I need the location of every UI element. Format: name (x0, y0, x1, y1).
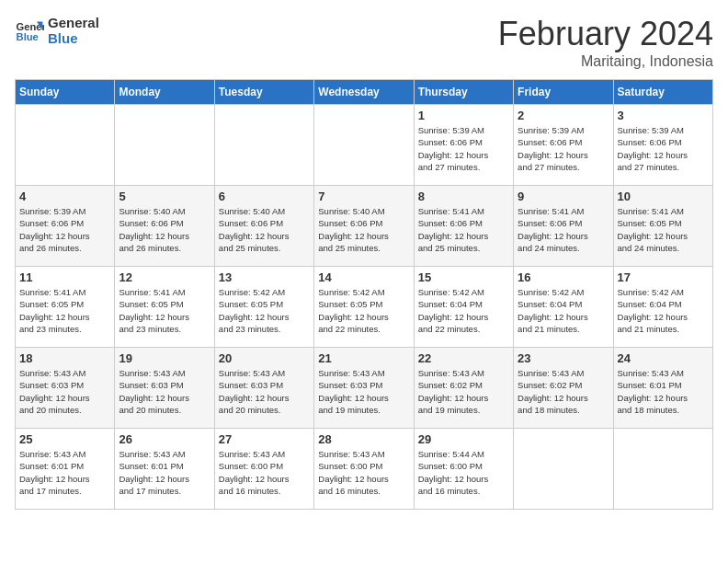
calendar-cell: 14Sunrise: 5:42 AM Sunset: 6:05 PM Dayli… (314, 267, 414, 348)
day-number: 6 (219, 190, 310, 203)
day-number: 28 (318, 432, 409, 446)
day-info: Sunrise: 5:39 AM Sunset: 6:06 PM Dayligh… (518, 124, 609, 173)
weekday-header: Friday (514, 80, 613, 105)
day-info: Sunrise: 5:42 AM Sunset: 6:04 PM Dayligh… (618, 286, 709, 335)
calendar-cell: 10Sunrise: 5:41 AM Sunset: 6:05 PM Dayli… (613, 186, 712, 267)
day-number: 9 (518, 190, 609, 203)
calendar-body: 1Sunrise: 5:39 AM Sunset: 6:06 PM Daylig… (16, 105, 713, 510)
weekday-header: Wednesday (314, 80, 414, 105)
calendar-cell: 15Sunrise: 5:42 AM Sunset: 6:04 PM Dayli… (414, 267, 513, 348)
calendar-cell: 3Sunrise: 5:39 AM Sunset: 6:06 PM Daylig… (613, 105, 712, 186)
day-info: Sunrise: 5:44 AM Sunset: 6:00 PM Dayligh… (418, 448, 509, 497)
day-number: 17 (618, 270, 709, 284)
calendar-cell: 16Sunrise: 5:42 AM Sunset: 6:04 PM Dayli… (514, 267, 613, 348)
calendar-week-row: 4Sunrise: 5:39 AM Sunset: 6:06 PM Daylig… (16, 186, 713, 267)
calendar-table: SundayMondayTuesdayWednesdayThursdayFrid… (15, 79, 713, 510)
calendar-cell: 12Sunrise: 5:41 AM Sunset: 6:05 PM Dayli… (115, 267, 214, 348)
calendar-cell: 6Sunrise: 5:40 AM Sunset: 6:06 PM Daylig… (214, 186, 313, 267)
calendar-cell: 2Sunrise: 5:39 AM Sunset: 6:06 PM Daylig… (514, 105, 613, 186)
day-number: 21 (318, 351, 409, 365)
page-header: General Blue General Blue February 2024 … (15, 15, 713, 70)
day-info: Sunrise: 5:43 AM Sunset: 6:00 PM Dayligh… (318, 448, 409, 497)
calendar-week-row: 1Sunrise: 5:39 AM Sunset: 6:06 PM Daylig… (16, 105, 713, 186)
day-number: 19 (119, 351, 210, 365)
day-number: 14 (318, 270, 409, 284)
calendar-cell: 27Sunrise: 5:43 AM Sunset: 6:00 PM Dayli… (214, 429, 313, 510)
calendar-cell: 9Sunrise: 5:41 AM Sunset: 6:06 PM Daylig… (514, 186, 613, 267)
day-number: 25 (19, 432, 110, 446)
day-info: Sunrise: 5:39 AM Sunset: 6:06 PM Dayligh… (19, 205, 110, 254)
calendar-cell (613, 429, 712, 510)
day-number: 11 (19, 270, 110, 284)
day-number: 29 (418, 432, 509, 446)
calendar-week-row: 25Sunrise: 5:43 AM Sunset: 6:01 PM Dayli… (16, 429, 713, 510)
day-number: 8 (418, 190, 509, 203)
weekday-header: Saturday (613, 80, 712, 105)
day-info: Sunrise: 5:43 AM Sunset: 6:02 PM Dayligh… (518, 367, 609, 416)
day-info: Sunrise: 5:43 AM Sunset: 6:03 PM Dayligh… (219, 367, 310, 416)
weekday-header: Sunday (16, 80, 115, 105)
day-number: 18 (19, 351, 110, 365)
calendar-cell: 22Sunrise: 5:43 AM Sunset: 6:02 PM Dayli… (414, 348, 513, 429)
day-number: 20 (219, 351, 310, 365)
weekday-header: Tuesday (214, 80, 313, 105)
day-number: 13 (219, 270, 310, 284)
calendar-cell: 7Sunrise: 5:40 AM Sunset: 6:06 PM Daylig… (314, 186, 414, 267)
day-number: 5 (119, 190, 210, 203)
day-number: 12 (119, 270, 210, 284)
day-info: Sunrise: 5:42 AM Sunset: 6:05 PM Dayligh… (318, 286, 409, 335)
day-number: 16 (518, 270, 609, 284)
logo-blue: Blue (48, 30, 99, 46)
calendar-header-row: SundayMondayTuesdayWednesdayThursdayFrid… (16, 80, 713, 105)
calendar-cell: 26Sunrise: 5:43 AM Sunset: 6:01 PM Dayli… (115, 429, 214, 510)
day-info: Sunrise: 5:40 AM Sunset: 6:06 PM Dayligh… (318, 205, 409, 254)
logo-general: General (48, 15, 99, 30)
day-number: 3 (618, 109, 709, 122)
day-number: 15 (418, 270, 509, 284)
day-info: Sunrise: 5:43 AM Sunset: 6:00 PM Dayligh… (219, 448, 310, 497)
calendar-cell (214, 105, 313, 186)
day-info: Sunrise: 5:42 AM Sunset: 6:05 PM Dayligh… (219, 286, 310, 335)
day-number: 26 (119, 432, 210, 446)
day-info: Sunrise: 5:43 AM Sunset: 6:03 PM Dayligh… (19, 367, 110, 416)
day-info: Sunrise: 5:42 AM Sunset: 6:04 PM Dayligh… (418, 286, 509, 335)
calendar-cell: 13Sunrise: 5:42 AM Sunset: 6:05 PM Dayli… (214, 267, 313, 348)
day-info: Sunrise: 5:41 AM Sunset: 6:06 PM Dayligh… (518, 205, 609, 254)
day-info: Sunrise: 5:39 AM Sunset: 6:06 PM Dayligh… (418, 124, 509, 173)
calendar-cell (514, 429, 613, 510)
month-title: February 2024 (498, 15, 713, 53)
day-number: 4 (19, 190, 110, 203)
day-info: Sunrise: 5:43 AM Sunset: 6:03 PM Dayligh… (119, 367, 210, 416)
calendar-cell: 17Sunrise: 5:42 AM Sunset: 6:04 PM Dayli… (613, 267, 712, 348)
day-info: Sunrise: 5:42 AM Sunset: 6:04 PM Dayligh… (518, 286, 609, 335)
calendar-cell: 19Sunrise: 5:43 AM Sunset: 6:03 PM Dayli… (115, 348, 214, 429)
weekday-header: Monday (115, 80, 214, 105)
calendar-cell: 4Sunrise: 5:39 AM Sunset: 6:06 PM Daylig… (16, 186, 115, 267)
day-number: 2 (518, 109, 609, 122)
day-info: Sunrise: 5:41 AM Sunset: 6:05 PM Dayligh… (618, 205, 709, 254)
day-number: 24 (618, 351, 709, 365)
calendar-cell (314, 105, 414, 186)
svg-text:Blue: Blue (17, 31, 39, 42)
day-info: Sunrise: 5:43 AM Sunset: 6:03 PM Dayligh… (318, 367, 409, 416)
day-number: 7 (318, 190, 409, 203)
weekday-header: Thursday (414, 80, 513, 105)
day-info: Sunrise: 5:41 AM Sunset: 6:05 PM Dayligh… (19, 286, 110, 335)
day-info: Sunrise: 5:39 AM Sunset: 6:06 PM Dayligh… (618, 124, 709, 173)
calendar-cell: 18Sunrise: 5:43 AM Sunset: 6:03 PM Dayli… (16, 348, 115, 429)
day-number: 10 (618, 190, 709, 203)
day-info: Sunrise: 5:43 AM Sunset: 6:01 PM Dayligh… (618, 367, 709, 416)
location-title: Maritaing, Indonesia (498, 53, 713, 70)
day-info: Sunrise: 5:41 AM Sunset: 6:05 PM Dayligh… (119, 286, 210, 335)
day-number: 27 (219, 432, 310, 446)
calendar-cell: 11Sunrise: 5:41 AM Sunset: 6:05 PM Dayli… (16, 267, 115, 348)
calendar-cell: 25Sunrise: 5:43 AM Sunset: 6:01 PM Dayli… (16, 429, 115, 510)
calendar-cell: 23Sunrise: 5:43 AM Sunset: 6:02 PM Dayli… (514, 348, 613, 429)
calendar-week-row: 11Sunrise: 5:41 AM Sunset: 6:05 PM Dayli… (16, 267, 713, 348)
calendar-cell: 29Sunrise: 5:44 AM Sunset: 6:00 PM Dayli… (414, 429, 513, 510)
day-info: Sunrise: 5:40 AM Sunset: 6:06 PM Dayligh… (119, 205, 210, 254)
day-info: Sunrise: 5:41 AM Sunset: 6:06 PM Dayligh… (418, 205, 509, 254)
calendar-cell: 8Sunrise: 5:41 AM Sunset: 6:06 PM Daylig… (414, 186, 513, 267)
day-number: 22 (418, 351, 509, 365)
calendar-cell: 24Sunrise: 5:43 AM Sunset: 6:01 PM Dayli… (613, 348, 712, 429)
